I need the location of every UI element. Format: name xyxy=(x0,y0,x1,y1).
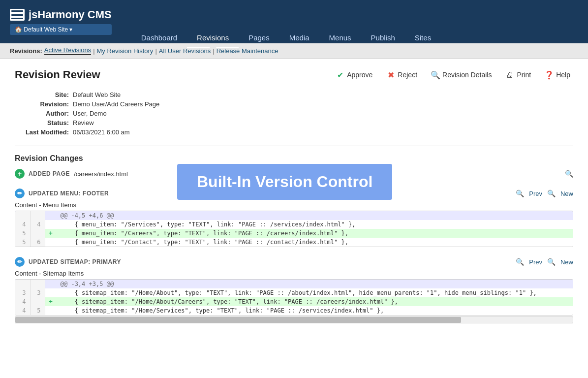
search-icon-sitemap-prev: 🔍 xyxy=(516,258,524,266)
main-nav: DashboardRevisionsPagesMediaMenusPublish… xyxy=(131,5,441,48)
help-button[interactable]: ❓ Help xyxy=(542,68,573,81)
revision-label: Revision: xyxy=(15,100,69,108)
sitemap-actions: 🔍 Prev 🔍 New xyxy=(516,258,573,266)
info-author: Author: User, Demo xyxy=(15,110,573,117)
diff-row-menu-2-added: 5 + { menu_item: "/Careers", type: "TEXT… xyxy=(15,229,573,238)
help-label: Help xyxy=(556,71,570,79)
diff-meta-row-sitemap: @@ -3,4 +3,5 @@ xyxy=(15,280,573,288)
revision-details-button[interactable]: 🔍 Revision Details xyxy=(428,68,495,81)
page-title: Revision Review xyxy=(15,68,100,81)
added-page-actions: 🔍 xyxy=(565,170,573,178)
logo-icon xyxy=(10,9,25,21)
nav-item-revisions[interactable]: Revisions xyxy=(187,29,239,48)
search-icon-menu-new: 🔍 xyxy=(547,189,556,197)
sitemap-diff-container: @@ -3,4 +3,5 @@ 3 3 { sitemap_item: "/Ho… xyxy=(15,279,573,315)
nav-item-menus[interactable]: Menus xyxy=(319,29,361,48)
details-label: Revision Details xyxy=(442,71,492,79)
app-logo: jsHarmony CMS xyxy=(10,8,112,21)
approve-button[interactable]: ✔ Approve xyxy=(333,68,375,81)
breadcrumb-active-revisions[interactable]: Active Revisions xyxy=(44,46,91,55)
change-header-sitemap: ✏ UPDATED SITEMAP: PRIMARY 🔍 Prev 🔍 New xyxy=(15,257,573,267)
info-status: Status: Review xyxy=(15,119,573,126)
change-added-page: + ADDED PAGE /careers/index.html 🔍 Built… xyxy=(15,169,573,179)
added-page-path: /careers/index.html xyxy=(74,170,128,178)
diff-row-sitemap-3: 4 5 { sitemap_item: "/Home/Services", ty… xyxy=(15,306,573,315)
change-header-menu: ✏ UPDATED MENU: footer 🔍 Prev 🔍 New xyxy=(15,189,573,198)
help-icon: ❓ xyxy=(545,70,554,79)
status-value: Review xyxy=(73,119,94,126)
diff-row-menu-3: 5 6 { menu_item: "/Contact", type: "TEXT… xyxy=(15,238,573,247)
change-updated-menu: ✏ UPDATED MENU: footer 🔍 Prev 🔍 New Cont… xyxy=(15,189,573,247)
approve-icon: ✔ xyxy=(336,70,344,79)
info-site: Site: Default Web Site xyxy=(15,91,573,98)
nav-item-publish[interactable]: Publish xyxy=(361,29,405,48)
search-icon-menu-prev: 🔍 xyxy=(516,189,524,197)
menu-new-link[interactable]: New xyxy=(560,190,573,197)
menu-diff-table: @@ -4,5 +4,6 @@ 4 4 { menu_item: "/Servi… xyxy=(15,211,573,247)
nav-item-media[interactable]: Media xyxy=(279,29,319,48)
logo-area: jsHarmony CMS 🏠 Default Web Site ▾ xyxy=(10,8,112,35)
menu-actions: 🔍 Prev 🔍 New xyxy=(516,189,573,197)
added-icon: + xyxy=(15,169,25,179)
sitemap-diff-label: Content - Sitemap Items xyxy=(15,270,573,277)
horizontal-scrollbar[interactable] xyxy=(15,316,573,323)
approve-label: Approve xyxy=(347,71,372,79)
site-selector-label: 🏠 Default Web Site ▾ xyxy=(15,26,73,33)
breadcrumb-my-revisions[interactable]: My Revision History xyxy=(97,47,154,55)
diff-meta-row-menu: @@ -4,5 +4,6 @@ xyxy=(15,211,573,220)
change-updated-sitemap: ✏ UPDATED SITEMAP: PRIMARY 🔍 Prev 🔍 New … xyxy=(15,257,573,323)
action-buttons: ✔ Approve ✖ Reject 🔍 Revision Details 🖨 … xyxy=(333,68,573,81)
sitemap-prev-link[interactable]: Prev xyxy=(529,258,542,266)
reject-label: Reject xyxy=(398,71,417,79)
modified-label: Last Modified: xyxy=(15,128,69,136)
site-selector[interactable]: 🏠 Default Web Site ▾ xyxy=(10,24,112,35)
change-header-added-page: + ADDED PAGE /careers/index.html 🔍 xyxy=(15,169,573,179)
print-label: Print xyxy=(517,71,531,79)
sitemap-new-link[interactable]: New xyxy=(560,258,573,266)
scroll-thumb xyxy=(15,317,461,323)
revision-changes-title: Revision Changes xyxy=(15,154,573,163)
print-button[interactable]: 🖨 Print xyxy=(502,68,534,81)
updated-icon-menu: ✏ xyxy=(15,189,25,198)
revision-value: Demo User/Add Careers Page xyxy=(73,100,159,108)
details-icon: 🔍 xyxy=(431,70,440,79)
breadcrumb-prefix: Revisions: xyxy=(10,47,42,55)
diff-row-menu-1: 4 4 { menu_item: "/Services", type: "TEX… xyxy=(15,220,573,229)
modified-value: 06/03/2021 6:00 am xyxy=(73,128,130,136)
menu-prev-link[interactable]: Prev xyxy=(529,190,542,197)
search-icon-page: 🔍 xyxy=(565,170,573,178)
added-page-label: ADDED PAGE xyxy=(29,170,70,177)
reject-icon: ✖ xyxy=(386,70,395,79)
info-table: Site: Default Web Site Revision: Demo Us… xyxy=(15,91,573,136)
updated-menu-label: UPDATED MENU: footer xyxy=(29,190,109,197)
author-label: Author: xyxy=(15,110,69,117)
info-modified: Last Modified: 06/03/2021 6:00 am xyxy=(15,128,573,136)
nav-item-sites[interactable]: Sites xyxy=(405,29,441,48)
section-divider xyxy=(15,146,573,146)
header: jsHarmony CMS 🏠 Default Web Site ▾ Dashb… xyxy=(0,0,588,43)
updated-sitemap-label: UPDATED SITEMAP: PRIMARY xyxy=(29,258,121,265)
page-title-row: Revision Review ✔ Approve ✖ Reject 🔍 Rev… xyxy=(15,68,573,81)
main-content: Revision Review ✔ Approve ✖ Reject 🔍 Rev… xyxy=(0,59,588,343)
diff-row-sitemap-2-added: 4 + { sitemap_item: "/Home/About/Careers… xyxy=(15,297,573,306)
author-value: User, Demo xyxy=(73,110,107,117)
nav-item-pages[interactable]: Pages xyxy=(239,29,279,48)
menu-diff-label: Content - Menu Items xyxy=(15,201,573,209)
status-label: Status: xyxy=(15,119,69,126)
nav-item-dashboard[interactable]: Dashboard xyxy=(131,29,187,48)
sitemap-diff-table: @@ -3,4 +3,5 @@ 3 3 { sitemap_item: "/Ho… xyxy=(15,280,573,315)
print-icon: 🖨 xyxy=(505,70,514,79)
site-value: Default Web Site xyxy=(73,91,121,98)
diff-row-sitemap-1: 3 3 { sitemap_item: "/Home/About", type:… xyxy=(15,288,573,297)
updated-icon-sitemap: ✏ xyxy=(15,257,25,267)
info-revision: Revision: Demo User/Add Careers Page xyxy=(15,100,573,108)
site-label: Site: xyxy=(15,91,69,98)
search-icon-sitemap-new: 🔍 xyxy=(547,258,556,266)
reject-button[interactable]: ✖ Reject xyxy=(383,68,420,81)
app-title: jsHarmony CMS xyxy=(29,8,112,21)
menu-diff-container: @@ -4,5 +4,6 @@ 4 4 { menu_item: "/Servi… xyxy=(15,211,573,247)
